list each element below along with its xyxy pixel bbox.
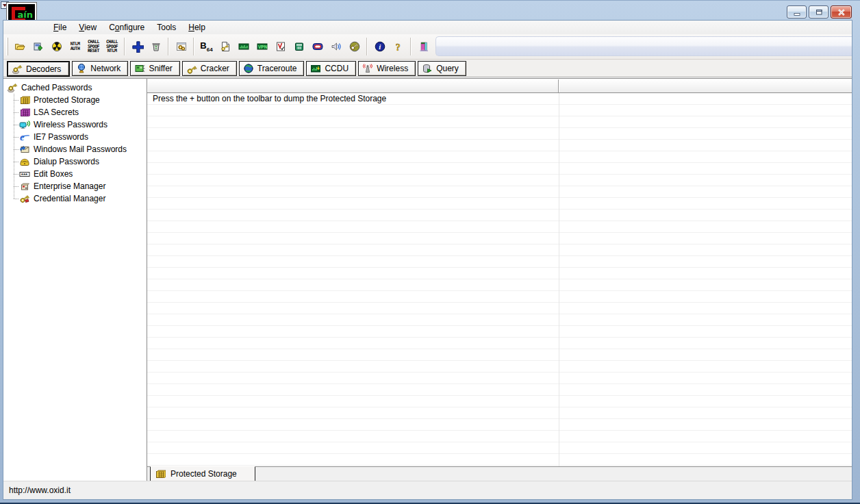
cracker-icon [186, 63, 197, 74]
exit-button[interactable] [414, 37, 433, 56]
restore-icon [813, 7, 824, 18]
logo-text: aín [18, 10, 33, 20]
tree-item-label: Protected Storage [34, 95, 100, 105]
tree-item-label: Wireless Passwords [34, 120, 108, 129]
menu-file[interactable]: File [47, 21, 73, 34]
menu-view[interactable]: View [73, 21, 103, 34]
tree-item-label: LSA Secrets [34, 108, 79, 117]
add-to-list-button[interactable] [128, 37, 147, 56]
tab-ccdu[interactable]: CCDU [306, 61, 356, 76]
column-header-1[interactable] [559, 79, 852, 92]
tab-label: Cracker [201, 64, 229, 73]
phone-icon [19, 156, 30, 167]
plus-icon [131, 40, 144, 53]
bottom-tab-label: Protected Storage [170, 469, 237, 479]
securid-token-button[interactable] [308, 37, 327, 56]
chall-spoof-ntlm-icon: CHALL SPOOF NTLM [106, 40, 118, 53]
close-button[interactable] [831, 5, 852, 18]
menu-help[interactable]: Help [182, 21, 212, 34]
remove-button[interactable] [147, 37, 165, 56]
radioactive-icon [51, 41, 62, 52]
tab-wireless[interactable]: Wireless [358, 61, 416, 76]
toolbar-grip[interactable] [6, 38, 8, 55]
export-button[interactable] [29, 37, 47, 56]
tree-item-label: Cached Passwords [21, 83, 92, 92]
voip-button[interactable] [327, 37, 345, 56]
tab-label: Wireless [377, 64, 408, 73]
certificates-button[interactable] [271, 37, 290, 56]
tab-network[interactable]: Network [72, 61, 128, 76]
hand-key-icon [12, 64, 23, 75]
traceroute-icon [243, 63, 254, 74]
key-tag-icon [19, 193, 30, 204]
cached-passwords-tree: Cached PasswordsProtected StorageLSA Sec… [3, 79, 147, 205]
chall-spoof-ntlm-button[interactable]: CHALL SPOOF NTLM [103, 37, 121, 56]
tab-cracker[interactable]: Cracker [182, 61, 237, 76]
tree-item-ie7-passwords[interactable]: eIE7 Passwords [3, 131, 147, 143]
tree-item-credential-manager[interactable]: Credential Manager [3, 192, 147, 205]
open-file-button[interactable] [10, 37, 29, 56]
voip-icon [331, 41, 342, 52]
tree-item-protected-storage[interactable]: Protected Storage [3, 94, 147, 106]
menu-configure[interactable]: Configure [103, 21, 151, 34]
tree-item-dialup-passwords[interactable]: Dialup Passwords [3, 155, 147, 168]
tab-label: Decoders [26, 64, 61, 74]
hand-key-icon [7, 82, 18, 93]
vpn-decoder-button[interactable]: VPN [253, 37, 271, 56]
question-icon: ? [393, 41, 404, 52]
tab-label: Sniffer [149, 64, 172, 73]
services-icon [176, 41, 187, 52]
info-icon: i [375, 41, 385, 52]
tree-item-label: Dialup Passwords [34, 157, 99, 166]
trash-icon [151, 41, 162, 52]
tree-item-label: Windows Mail Passwords [34, 144, 127, 154]
section-tab-strip: DecodersNetworkSnifferCrackerTracerouteC… [3, 60, 852, 78]
tree-item-label: Credential Manager [34, 194, 105, 203]
tree-item-edit-boxes[interactable]: ***Edit Boxes [3, 168, 147, 180]
tab-sniffer[interactable]: Sniffer [130, 61, 179, 76]
tab-traceroute[interactable]: Traceroute [239, 61, 305, 76]
tree-item-windows-mail-passwords[interactable]: Windows Mail Passwords [3, 143, 147, 155]
chall-spoof-reset-button[interactable]: CHALL SPOOF RESET [84, 37, 103, 56]
list-rows: Press the + button on the toolbar to dum… [147, 93, 852, 466]
tree-item-enterprise-manager[interactable]: Enterprise Manager [3, 180, 147, 192]
toolbar-separator [124, 38, 125, 55]
tab-label: Network [90, 64, 121, 73]
key-doc-icon [220, 41, 231, 52]
client-area: FileViewConfigureToolsHelp NTLM AUTHCHAL… [3, 20, 852, 500]
ccdu-icon [310, 63, 321, 74]
tab-decoders[interactable]: Decoders [7, 61, 70, 77]
minimize-button[interactable] [787, 5, 807, 18]
title-bar[interactable]: aín [0, 1, 860, 20]
menu-tools[interactable]: Tools [151, 21, 182, 34]
tab-query[interactable]: Query [418, 61, 466, 76]
query-icon [422, 63, 433, 74]
hash-lcd-icon [238, 41, 249, 52]
wireless-key-icon [349, 41, 360, 52]
restore-button[interactable] [809, 5, 829, 18]
export-icon [33, 41, 44, 52]
calculator-button[interactable] [290, 37, 308, 56]
list-item[interactable]: Press the + button on the toolbar to dum… [147, 93, 852, 105]
cert-icon [275, 41, 286, 52]
tree-item-lsa-secrets[interactable]: LSA Secrets [3, 106, 147, 118]
column-header-0[interactable] [147, 79, 559, 92]
about-button[interactable]: i [370, 37, 389, 56]
services-button[interactable] [172, 37, 190, 56]
tree-item-label: IE7 Passwords [34, 132, 88, 142]
ntlm-auth-button[interactable]: NTLM AUTH [66, 37, 84, 56]
base64-decoder-button[interactable]: B64 [197, 37, 216, 56]
toolbar-separator [193, 38, 194, 55]
hash-calculator-button[interactable] [234, 37, 253, 56]
tree-item-wireless-passwords[interactable]: Wireless Passwords [3, 118, 147, 131]
mail-icon [19, 144, 30, 155]
bottom-tab-protected-storage[interactable]: Protected Storage [150, 466, 255, 481]
sidebar-tree-pane: Cached PasswordsProtected StorageLSA Sec… [3, 79, 147, 482]
wireless-zero-config-button[interactable] [345, 37, 364, 56]
radioactive-button[interactable] [47, 37, 66, 56]
column-divider [559, 93, 559, 466]
edit-box-icon: *** [19, 168, 30, 179]
cisco-password-decoder-button[interactable] [216, 37, 234, 56]
tree-item-cached-passwords[interactable]: Cached Passwords [3, 81, 147, 94]
help-button[interactable]: ? [389, 37, 407, 56]
